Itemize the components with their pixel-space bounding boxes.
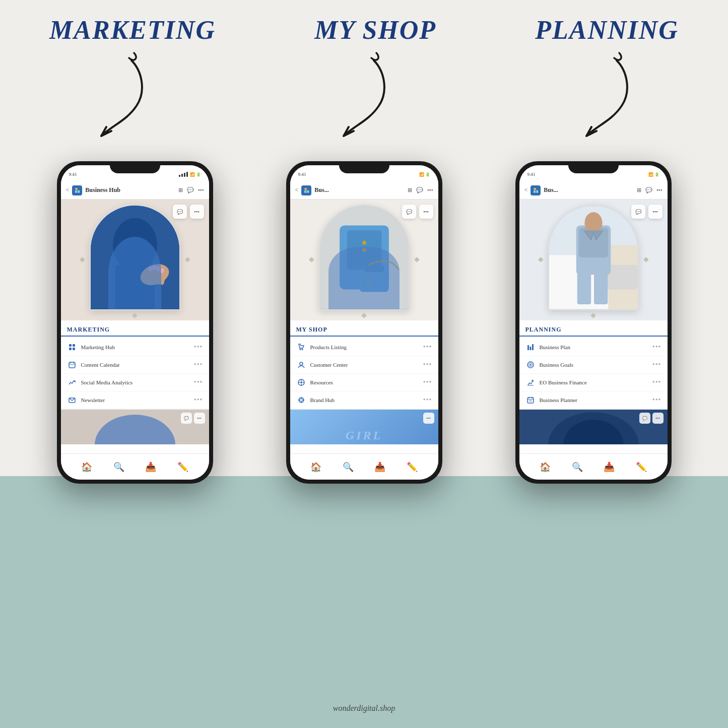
nav-edit-2[interactable]: ✏️: [407, 461, 418, 473]
phone-notch-2: [339, 161, 389, 173]
nav-search-2[interactable]: 🔍: [343, 461, 354, 473]
outfit-svg-2: G: [320, 206, 409, 309]
menu-dots-9[interactable]: •••: [652, 343, 661, 351]
svg-point-30: [362, 248, 366, 252]
svg-point-32: [299, 349, 301, 350]
strip-bg-2: GIRL: [290, 410, 438, 444]
menu-item-planner[interactable]: Business Planner •••: [519, 391, 668, 409]
section-headers: MARKETING MY SHOP PLANNING: [0, 15, 728, 45]
menu-dots-6[interactable]: •••: [423, 361, 432, 369]
strip-chat-1[interactable]: 💬: [181, 413, 192, 424]
nav-home-1[interactable]: 🏠: [81, 461, 92, 473]
nav-edit-1[interactable]: ✏️: [177, 461, 188, 473]
chat-icon-3[interactable]: 💬: [645, 187, 652, 193]
menu-dots-7[interactable]: •••: [423, 378, 432, 386]
phones-row: 9:41 📶 🔋 < 🏪 Business: [0, 161, 728, 484]
nav-inbox-2[interactable]: 📥: [374, 461, 385, 473]
nav-home-3[interactable]: 🏠: [540, 461, 551, 473]
nav-home-2[interactable]: 🏠: [310, 461, 321, 473]
menu-section-2: MY SHOP Products Listing ••• Cu: [290, 320, 438, 444]
bar3: [184, 173, 185, 177]
menu-dots-3[interactable]: •••: [194, 378, 203, 386]
nav-inbox-1[interactable]: 📥: [145, 461, 156, 473]
strip-more-2[interactable]: •••: [423, 413, 434, 424]
bar4: [186, 172, 188, 177]
chat-icon-2[interactable]: 💬: [416, 187, 423, 193]
app-icon-1: 🏪: [72, 185, 82, 195]
menu-label-content-calendar: Content Calendar: [81, 362, 194, 368]
more-icon-2[interactable]: •••: [427, 187, 433, 193]
menu-item-products[interactable]: Products Listing •••: [290, 339, 438, 356]
nav-inbox-3[interactable]: 📥: [604, 461, 615, 473]
menu-item-brand[interactable]: Brand Hub •••: [290, 391, 438, 409]
arch-shape-3: [548, 205, 639, 310]
hero-1: 💬 •••: [61, 200, 209, 320]
section-label-text-1: MARKETING: [67, 326, 110, 333]
signal-bars-1: [179, 172, 188, 177]
marketing-title: MARKETING: [49, 15, 216, 45]
menu-dots-11[interactable]: •••: [652, 378, 661, 386]
menu-item-goals[interactable]: Business Goals •••: [519, 356, 668, 374]
chat-icon-1[interactable]: 💬: [187, 187, 194, 193]
menu-dots-10[interactable]: •••: [652, 361, 661, 369]
menu-dots-2[interactable]: •••: [194, 361, 203, 369]
hero-3: 💬 •••: [519, 200, 668, 320]
menu-label-plan: Business Plan: [540, 344, 652, 350]
menu-item-business-plan[interactable]: Business Plan •••: [519, 339, 668, 356]
menu-item-customer[interactable]: Customer Center •••: [290, 356, 438, 374]
strip-actions-1: 💬 •••: [181, 413, 205, 424]
status-right-1: 📶 🔋: [179, 172, 201, 177]
nav-search-1[interactable]: 🔍: [113, 461, 124, 473]
menu-item-social-media[interactable]: Social Media Analytics •••: [61, 374, 209, 391]
nav-edit-3[interactable]: ✏️: [636, 461, 647, 473]
menu-label-marketing-hub: Marketing Hub: [81, 344, 194, 350]
svg-rect-56: [530, 347, 531, 350]
menu-label-finance: EO Business Finance: [540, 379, 652, 385]
svg-rect-4: [148, 270, 155, 285]
bar1: [179, 175, 180, 177]
diamond-5: ◆: [414, 255, 420, 263]
back-btn-1[interactable]: <: [66, 186, 70, 194]
menu-dots-8[interactable]: •••: [423, 396, 432, 404]
girl-text: GIRL: [346, 429, 382, 442]
img-more-1[interactable]: •••: [190, 205, 204, 219]
menu-item-newsletter[interactable]: Newsletter •••: [61, 391, 209, 409]
svg-point-36: [300, 381, 302, 383]
more-icon-1[interactable]: •••: [198, 187, 204, 193]
menu-dots-5[interactable]: •••: [423, 343, 432, 351]
back-btn-3[interactable]: <: [524, 186, 528, 194]
img-more-2[interactable]: •••: [419, 205, 433, 219]
strip-chat-3[interactable]: 💬: [639, 413, 650, 424]
img-more-3[interactable]: •••: [648, 205, 663, 219]
app-header-3: < 🏪 Bus... ⊞ 💬 •••: [519, 181, 668, 200]
back-btn-2[interactable]: <: [295, 186, 299, 194]
svg-rect-52: [577, 270, 590, 304]
arch-2: G ◆ ◆ ◆: [314, 205, 415, 315]
diamond-1: ◆: [80, 255, 85, 263]
grid-icon-3[interactable]: ⊞: [637, 187, 641, 193]
diamond-8: ◆: [643, 255, 649, 263]
strip-more-1[interactable]: •••: [194, 413, 205, 424]
menu-dots-4[interactable]: •••: [194, 396, 203, 404]
menu-label-customer: Customer Center: [310, 362, 423, 368]
more-icon-3[interactable]: •••: [656, 187, 663, 193]
menu-label-brand: Brand Hub: [310, 397, 423, 403]
status-right-3: 📶 🔋: [648, 172, 659, 177]
menu-item-resources[interactable]: Resources •••: [290, 374, 438, 391]
svg-rect-62: [527, 398, 534, 403]
menu-item-marketing-hub[interactable]: Marketing Hub •••: [61, 339, 209, 356]
strip-more-3[interactable]: •••: [652, 413, 664, 424]
grid-icon-2[interactable]: ⊞: [408, 187, 412, 193]
svg-point-10: [156, 266, 160, 271]
strip-actions-3: 💬 •••: [639, 413, 664, 424]
menu-dots-12[interactable]: •••: [652, 396, 661, 404]
svg-point-60: [530, 364, 531, 366]
arrows-row: [0, 50, 728, 151]
arch-img-3: [549, 206, 638, 309]
menu-icon-customer: [296, 360, 306, 370]
grid-icon-1[interactable]: ⊞: [178, 187, 183, 193]
nav-search-3[interactable]: 🔍: [572, 461, 583, 473]
menu-item-content-calendar[interactable]: Content Calendar •••: [61, 356, 209, 374]
menu-dots-1[interactable]: •••: [194, 343, 203, 351]
menu-item-finance[interactable]: EO Business Finance •••: [519, 374, 668, 391]
